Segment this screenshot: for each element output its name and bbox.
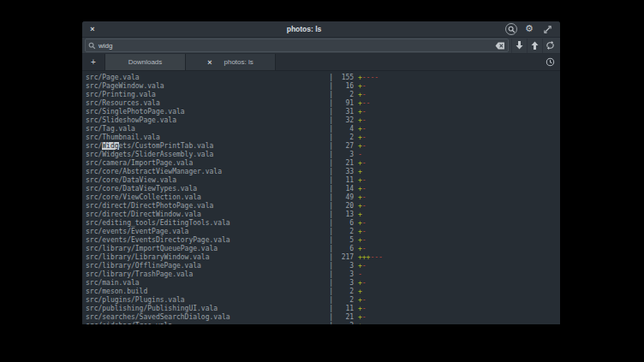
diff-minus-mark: - [362, 219, 367, 227]
search-query-text: widg [96, 42, 495, 50]
diff-minus-mark: - [362, 159, 367, 167]
diff-minus-mark: - [362, 279, 367, 287]
clock-history-icon [546, 57, 555, 67]
search-entry-icon [88, 42, 96, 50]
tab-photos-ls[interactable]: ×photos: ls [186, 54, 276, 70]
diff-stat-row: src/direct/DirectPhotoPage.vala | 20 +- [86, 202, 560, 211]
window-close-button[interactable]: × [82, 21, 103, 38]
titlebar: × photos: ls ⚙ [82, 21, 560, 38]
diff-minus-mark: - [362, 245, 367, 252]
search-icon [508, 26, 516, 33]
diff-stat-row: src/library/ImportQueuePage.vala | 6 +- [86, 245, 560, 253]
tab-downloads[interactable]: Downloads [105, 54, 186, 70]
diff-minus-mark: - [379, 253, 383, 261]
diff-minus-mark: - [362, 116, 367, 124]
diff-minus-mark: - [362, 193, 367, 201]
find-next-button[interactable] [511, 39, 527, 53]
titlebar-actions: ⚙ [505, 23, 560, 35]
diff-minus-mark: - [358, 151, 362, 158]
diff-stat-row: src/Tag.vala | 4 +- [86, 125, 560, 134]
diff-minus-mark: - [362, 91, 367, 98]
diff-minus-mark: - [362, 313, 367, 321]
search-toggle-button[interactable] [505, 23, 517, 35]
diff-minus-mark: - [362, 82, 367, 90]
diff-minus-mark: - [374, 74, 379, 81]
arrow-down-icon [516, 41, 523, 50]
tabbar-spacer [276, 54, 540, 70]
diff-stat-row: src/plugins/Plugins.vala | 2 +- [86, 296, 560, 305]
diff-stat-row: src/core/AbstractViewManager.vala | 33 + [86, 168, 560, 176]
new-tab-button[interactable]: + [82, 54, 105, 70]
diff-stat-row: src/searches/SavedSearchDialog.vala | 21… [86, 313, 560, 322]
diff-minus-mark: - [362, 176, 367, 184]
search-match-highlight: Widg [102, 142, 118, 150]
diff-minus-mark: - [362, 142, 367, 150]
diff-stat-row: src/sidebar/Tree.vala | 2 + [86, 322, 560, 324]
tab-bar: + Downloads×photos: ls [82, 54, 560, 71]
diff-plus-mark: + [358, 168, 362, 175]
diff-stat-row: src/core/DataView.vala | 11 +- [86, 176, 560, 185]
diff-stat-row: src/library/TrashPage.vala | 3 - [86, 270, 560, 279]
diff-stat-row: src/direct/DirectWindow.vala | 13 + [86, 211, 560, 219]
diff-minus-mark: - [362, 185, 367, 193]
diff-plus-mark: + [358, 288, 362, 295]
diff-minus-mark: - [367, 99, 371, 107]
diff-plus-mark: + [358, 211, 362, 218]
diff-stat-row: src/Page.vala | 155 +---- [86, 74, 560, 82]
diff-minus-mark: - [362, 262, 367, 270]
fullscreen-icon [544, 26, 552, 33]
find-previous-button[interactable] [527, 39, 542, 53]
diff-minus-mark: - [362, 202, 367, 210]
diff-stat-row: src/Widgets/SliderAssembly.vala | 3 - [86, 151, 560, 159]
history-button[interactable] [540, 54, 560, 70]
terminal-output[interactable]: src/Page.vala | 155 +----src/PageWindow.… [82, 71, 560, 324]
diff-stat-row: src/Widgets/CustomPrintTab.vala | 27 +- [86, 142, 560, 151]
diff-stat-row: src/publishing/PublishingUI.vala | 11 +- [86, 305, 560, 313]
backspace-icon [495, 42, 505, 50]
diff-stat-row: src/PageWindow.vala | 16 +- [86, 82, 560, 91]
diff-minus-mark: - [362, 296, 367, 304]
terminal-window: × photos: ls ⚙ [82, 21, 560, 324]
diff-minus-mark: - [362, 305, 367, 312]
diff-stat-row: src/library/OfflinePage.vala | 3 +- [86, 262, 560, 270]
diff-minus-mark: - [362, 236, 367, 244]
diff-plus-mark: + [358, 322, 362, 324]
diff-stat-row: src/Thumbnail.vala | 2 +- [86, 134, 560, 142]
diff-stat-row: src/Printing.vala | 2 +- [86, 91, 560, 99]
diff-stat-row: src/editing_tools/EditingTools.vala | 6 … [86, 219, 560, 228]
gear-icon: ⚙ [525, 23, 534, 35]
diff-minus-mark: - [362, 108, 367, 116]
tabs-container: Downloads×photos: ls [105, 54, 276, 70]
diff-stat-row: src/Resources.vala | 91 +-- [86, 99, 560, 108]
diff-minus-mark: - [362, 125, 367, 133]
diff-minus-mark: - [362, 228, 367, 235]
window-title: photos: ls [103, 25, 505, 33]
arrow-up-icon [531, 41, 539, 50]
tab-close-icon[interactable]: × [207, 58, 212, 67]
diff-stat-row: src/events/EventPage.vala | 2 +- [86, 228, 560, 236]
diff-minus-mark: - [358, 270, 362, 278]
diff-stat-row: src/library/LibraryWindow.vala | 217 +++… [86, 253, 560, 262]
diff-stat-row: src/events/EventsDirectoryPage.vala | 5 … [86, 236, 560, 245]
cycle-arrows-icon [546, 41, 555, 50]
wrap-search-button[interactable] [542, 39, 558, 53]
diff-stat-row: src/camera/ImportPage.vala | 21 +- [86, 159, 560, 168]
fullscreen-button[interactable] [541, 23, 553, 35]
diff-stat-row: src/SlideshowPage.vala | 32 +- [86, 116, 560, 125]
search-input[interactable]: widg [85, 39, 509, 52]
diff-stat-row: src/meson.build | 2 + [86, 288, 560, 296]
desktop: { "window": { "title": "photos: ls" }, "… [0, 0, 644, 362]
tab-label: Downloads [128, 58, 163, 66]
diff-stat-row: src/SinglePhotoPage.vala | 31 +- [86, 108, 560, 116]
clear-search-button[interactable] [495, 42, 505, 50]
diff-stat-row: src/core/ViewCollection.vala | 49 +- [86, 193, 560, 202]
settings-button[interactable]: ⚙ [523, 23, 535, 35]
diff-stat-row: src/core/DataViewTypes.vala | 14 +- [86, 185, 560, 193]
diff-minus-mark: - [362, 134, 367, 141]
search-bar: widg [82, 38, 560, 54]
tab-label: photos: ls [224, 58, 253, 66]
diff-stat-row: src/main.vala | 3 +- [86, 279, 560, 288]
